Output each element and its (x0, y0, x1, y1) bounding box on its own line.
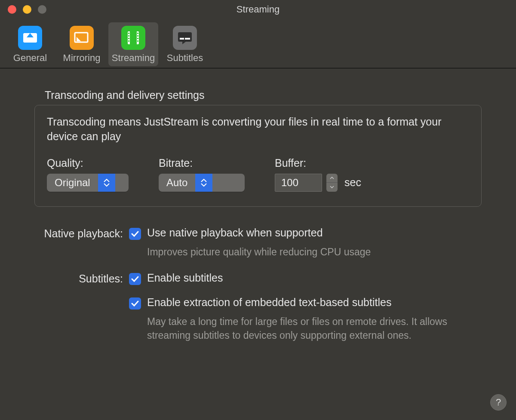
enable-subtitles-label: Enable subtitles (147, 272, 223, 284)
native-playback-check-label: Use native playback when supported (147, 227, 323, 239)
svg-rect-3 (130, 31, 137, 44)
streaming-pane: Transcoding and delivery settings Transc… (0, 68, 516, 342)
check-icon (131, 276, 139, 282)
buffer-label: Buffer: (275, 157, 361, 169)
close-window-button[interactable] (8, 5, 16, 14)
bitrate-value: Auto (159, 177, 195, 189)
quality-label: Quality: (47, 157, 129, 169)
mirroring-icon (70, 26, 94, 50)
window-title: Streaming (236, 4, 280, 15)
svg-rect-7 (137, 35, 138, 37)
svg-rect-10 (128, 40, 129, 42)
native-playback-label: Native playback: (34, 227, 129, 259)
transcoding-description: Transcoding means JustStream is converti… (47, 115, 469, 144)
native-playback-checkbox[interactable] (129, 228, 141, 240)
chevron-updown-icon (195, 174, 212, 192)
transcoding-box: Transcoding means JustStream is converti… (34, 105, 482, 207)
help-button[interactable]: ? (490, 394, 507, 411)
svg-rect-6 (128, 35, 129, 37)
buffer-stepper[interactable] (326, 174, 338, 192)
quality-select[interactable]: Original (47, 174, 129, 192)
svg-rect-9 (137, 38, 138, 39)
buffer-unit: sec (344, 176, 361, 189)
stepper-down-icon[interactable] (326, 183, 338, 192)
stepper-up-icon[interactable] (326, 174, 338, 183)
general-icon (18, 26, 42, 50)
tab-streaming[interactable]: Streaming (108, 22, 158, 66)
preferences-toolbar: General Mirroring Streaming Subtitles (0, 19, 516, 68)
tab-subtitles[interactable]: Subtitles (160, 22, 210, 66)
transcoding-section-title: Transcoding and delivery settings (45, 89, 482, 101)
svg-rect-13 (180, 38, 184, 40)
tab-subtitles-label: Subtitles (167, 52, 203, 64)
subtitles-row-label: Subtitles: (34, 272, 129, 342)
tab-mirroring[interactable]: Mirroring (57, 22, 107, 66)
svg-rect-12 (178, 32, 192, 42)
tab-streaming-label: Streaming (112, 52, 155, 64)
bitrate-select[interactable]: Auto (159, 174, 245, 192)
svg-rect-8 (128, 38, 129, 39)
bitrate-label: Bitrate: (159, 157, 245, 169)
quality-value: Original (47, 177, 98, 189)
enable-subtitles-checkbox[interactable] (129, 273, 141, 285)
native-playback-help: Improves picture quality while reducing … (147, 245, 482, 259)
svg-rect-5 (137, 33, 138, 34)
check-icon (131, 231, 139, 237)
window-controls (8, 0, 46, 19)
extract-subtitles-checkbox[interactable] (129, 297, 141, 310)
extract-subtitles-label: Enable extraction of embedded text-based… (147, 296, 391, 309)
tab-general-label: General (13, 52, 47, 64)
streaming-icon (121, 26, 145, 50)
svg-rect-11 (137, 40, 138, 42)
extract-subtitles-help: May take a long time for large files or … (147, 315, 482, 342)
svg-rect-4 (128, 33, 129, 34)
titlebar: Streaming (0, 0, 516, 19)
buffer-input[interactable] (275, 174, 322, 192)
chevron-updown-icon (98, 174, 115, 192)
tab-mirroring-label: Mirroring (63, 52, 101, 64)
check-icon (131, 300, 139, 307)
svg-rect-14 (185, 38, 190, 40)
minimize-window-button[interactable] (23, 5, 31, 14)
tab-general[interactable]: General (5, 22, 55, 66)
zoom-window-button[interactable] (38, 5, 46, 14)
subtitles-icon (173, 26, 197, 50)
